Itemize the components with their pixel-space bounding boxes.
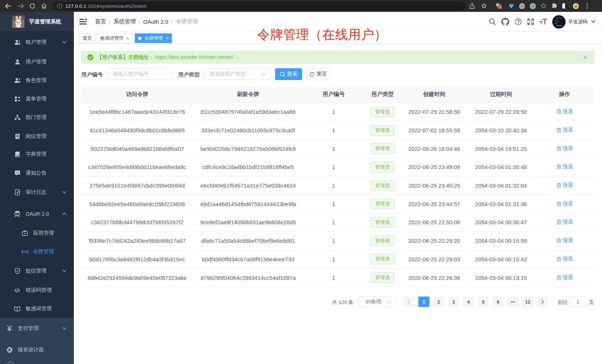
svg-text:9: 9 bbox=[500, 6, 501, 9]
